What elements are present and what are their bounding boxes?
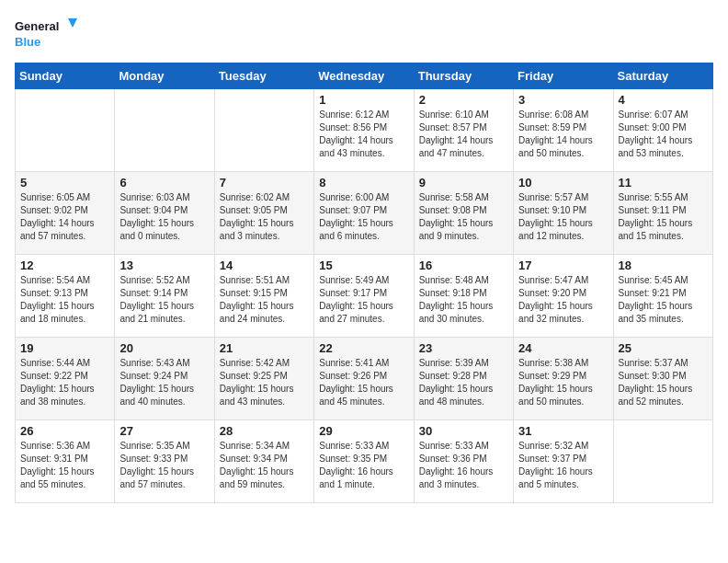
- calendar-cell: 16Sunrise: 5:48 AM Sunset: 9:18 PM Dayli…: [414, 255, 513, 338]
- header-monday: Monday: [115, 63, 214, 89]
- day-number: 20: [119, 341, 209, 355]
- logo-svg: General Blue: [15, 15, 79, 52]
- calendar-week-row: 26Sunrise: 5:36 AM Sunset: 9:31 PM Dayli…: [16, 420, 713, 503]
- calendar-cell: 21Sunrise: 5:42 AM Sunset: 9:25 PM Dayli…: [214, 338, 313, 420]
- header-sunday: Sunday: [16, 63, 115, 89]
- calendar-cell: 17Sunrise: 5:47 AM Sunset: 9:20 PM Dayli…: [514, 255, 613, 338]
- cell-info: Sunrise: 5:45 AM Sunset: 9:21 PM Dayligh…: [619, 274, 708, 326]
- cell-info: Sunrise: 5:43 AM Sunset: 9:24 PM Dayligh…: [119, 357, 209, 408]
- day-number: 6: [119, 176, 209, 190]
- cell-info: Sunrise: 6:08 AM Sunset: 8:59 PM Dayligh…: [518, 109, 608, 160]
- svg-text:Blue: Blue: [15, 35, 40, 49]
- day-number: 12: [20, 259, 109, 272]
- calendar-week-row: 5Sunrise: 6:05 AM Sunset: 9:02 PM Daylig…: [16, 172, 713, 255]
- cell-info: Sunrise: 5:37 AM Sunset: 9:30 PM Dayligh…: [619, 357, 708, 408]
- day-number: 8: [319, 176, 408, 190]
- header-tuesday: Tuesday: [214, 63, 313, 89]
- day-number: 25: [619, 341, 708, 355]
- day-number: 19: [20, 341, 109, 355]
- svg-text:General: General: [15, 19, 59, 33]
- calendar-cell: 4Sunrise: 6:07 AM Sunset: 9:00 PM Daylig…: [613, 89, 712, 172]
- cell-info: Sunrise: 5:42 AM Sunset: 9:25 PM Dayligh…: [220, 357, 309, 408]
- day-number: 4: [619, 93, 708, 107]
- calendar-cell: [613, 420, 712, 503]
- header-friday: Friday: [514, 63, 613, 89]
- calendar-week-row: 1Sunrise: 6:12 AM Sunset: 8:56 PM Daylig…: [16, 89, 713, 172]
- calendar-cell: 31Sunrise: 5:32 AM Sunset: 9:37 PM Dayli…: [514, 420, 613, 503]
- calendar-cell: 11Sunrise: 5:55 AM Sunset: 9:11 PM Dayli…: [613, 172, 712, 255]
- calendar-cell: 29Sunrise: 5:33 AM Sunset: 9:35 PM Dayli…: [314, 420, 414, 503]
- cell-info: Sunrise: 6:02 AM Sunset: 9:05 PM Dayligh…: [220, 191, 309, 243]
- day-number: 26: [20, 424, 109, 438]
- calendar-cell: 2Sunrise: 6:10 AM Sunset: 8:57 PM Daylig…: [414, 89, 513, 172]
- day-number: 14: [220, 259, 309, 272]
- cell-info: Sunrise: 5:36 AM Sunset: 9:31 PM Dayligh…: [20, 440, 109, 491]
- day-number: 23: [419, 341, 508, 355]
- calendar-cell: 19Sunrise: 5:44 AM Sunset: 9:22 PM Dayli…: [16, 338, 115, 420]
- day-number: 17: [518, 259, 608, 272]
- header: General Blue: [15, 15, 713, 52]
- cell-info: Sunrise: 5:34 AM Sunset: 9:34 PM Dayligh…: [220, 440, 309, 491]
- cell-info: Sunrise: 5:54 AM Sunset: 9:13 PM Dayligh…: [20, 274, 109, 326]
- day-number: 1: [319, 93, 408, 107]
- calendar-cell: 22Sunrise: 5:41 AM Sunset: 9:26 PM Dayli…: [314, 338, 414, 420]
- day-number: 7: [220, 176, 309, 190]
- cell-info: Sunrise: 6:05 AM Sunset: 9:02 PM Dayligh…: [20, 191, 109, 243]
- logo: General Blue: [15, 15, 79, 52]
- cell-info: Sunrise: 6:12 AM Sunset: 8:56 PM Dayligh…: [319, 109, 408, 160]
- cell-info: Sunrise: 5:49 AM Sunset: 9:17 PM Dayligh…: [319, 274, 408, 326]
- day-number: 9: [419, 176, 508, 190]
- calendar-cell: 24Sunrise: 5:38 AM Sunset: 9:29 PM Dayli…: [514, 338, 613, 420]
- cell-info: Sunrise: 6:07 AM Sunset: 9:00 PM Dayligh…: [619, 109, 708, 160]
- day-number: 3: [518, 93, 608, 107]
- calendar-table: SundayMondayTuesdayWednesdayThursdayFrid…: [15, 63, 713, 503]
- cell-info: Sunrise: 5:44 AM Sunset: 9:22 PM Dayligh…: [20, 357, 109, 408]
- calendar-cell: [214, 89, 313, 172]
- day-number: 29: [319, 424, 408, 438]
- calendar-cell: 27Sunrise: 5:35 AM Sunset: 9:33 PM Dayli…: [115, 420, 214, 503]
- calendar-cell: 8Sunrise: 6:00 AM Sunset: 9:07 PM Daylig…: [314, 172, 414, 255]
- cell-info: Sunrise: 5:58 AM Sunset: 9:08 PM Dayligh…: [419, 191, 508, 243]
- day-number: 21: [220, 341, 309, 355]
- header-saturday: Saturday: [613, 63, 712, 89]
- cell-info: Sunrise: 5:35 AM Sunset: 9:33 PM Dayligh…: [119, 440, 209, 491]
- cell-info: Sunrise: 5:33 AM Sunset: 9:35 PM Dayligh…: [319, 440, 408, 491]
- cell-info: Sunrise: 6:00 AM Sunset: 9:07 PM Dayligh…: [319, 191, 408, 243]
- cell-info: Sunrise: 5:41 AM Sunset: 9:26 PM Dayligh…: [319, 357, 408, 408]
- day-number: 18: [619, 259, 708, 272]
- calendar-cell: 30Sunrise: 5:33 AM Sunset: 9:36 PM Dayli…: [414, 420, 513, 503]
- calendar-week-row: 19Sunrise: 5:44 AM Sunset: 9:22 PM Dayli…: [16, 338, 713, 420]
- day-number: 11: [619, 176, 708, 190]
- calendar-cell: 23Sunrise: 5:39 AM Sunset: 9:28 PM Dayli…: [414, 338, 513, 420]
- cell-info: Sunrise: 5:52 AM Sunset: 9:14 PM Dayligh…: [119, 274, 209, 326]
- day-number: 27: [119, 424, 209, 438]
- day-number: 31: [518, 424, 608, 438]
- calendar-cell: 14Sunrise: 5:51 AM Sunset: 9:15 PM Dayli…: [214, 255, 313, 338]
- cell-info: Sunrise: 5:55 AM Sunset: 9:11 PM Dayligh…: [619, 191, 708, 243]
- cell-info: Sunrise: 6:10 AM Sunset: 8:57 PM Dayligh…: [419, 109, 508, 160]
- cell-info: Sunrise: 5:57 AM Sunset: 9:10 PM Dayligh…: [518, 191, 608, 243]
- day-number: 16: [419, 259, 508, 272]
- cell-info: Sunrise: 5:33 AM Sunset: 9:36 PM Dayligh…: [419, 440, 508, 491]
- calendar-cell: 10Sunrise: 5:57 AM Sunset: 9:10 PM Dayli…: [514, 172, 613, 255]
- calendar-cell: 6Sunrise: 6:03 AM Sunset: 9:04 PM Daylig…: [115, 172, 214, 255]
- header-wednesday: Wednesday: [314, 63, 414, 89]
- cell-info: Sunrise: 5:48 AM Sunset: 9:18 PM Dayligh…: [419, 274, 508, 326]
- calendar-cell: [115, 89, 214, 172]
- calendar-header-row: SundayMondayTuesdayWednesdayThursdayFrid…: [16, 63, 713, 89]
- day-number: 28: [220, 424, 309, 438]
- day-number: 10: [518, 176, 608, 190]
- calendar-cell: 26Sunrise: 5:36 AM Sunset: 9:31 PM Dayli…: [16, 420, 115, 503]
- calendar-cell: 9Sunrise: 5:58 AM Sunset: 9:08 PM Daylig…: [414, 172, 513, 255]
- day-number: 22: [319, 341, 408, 355]
- cell-info: Sunrise: 6:03 AM Sunset: 9:04 PM Dayligh…: [119, 191, 209, 243]
- calendar-cell: 5Sunrise: 6:05 AM Sunset: 9:02 PM Daylig…: [16, 172, 115, 255]
- calendar-cell: [16, 89, 115, 172]
- cell-info: Sunrise: 5:39 AM Sunset: 9:28 PM Dayligh…: [419, 357, 508, 408]
- cell-info: Sunrise: 5:38 AM Sunset: 9:29 PM Dayligh…: [518, 357, 608, 408]
- calendar-cell: 20Sunrise: 5:43 AM Sunset: 9:24 PM Dayli…: [115, 338, 214, 420]
- cell-info: Sunrise: 5:51 AM Sunset: 9:15 PM Dayligh…: [220, 274, 309, 326]
- calendar-cell: 25Sunrise: 5:37 AM Sunset: 9:30 PM Dayli…: [613, 338, 712, 420]
- cell-info: Sunrise: 5:32 AM Sunset: 9:37 PM Dayligh…: [518, 440, 608, 491]
- day-number: 15: [319, 259, 408, 272]
